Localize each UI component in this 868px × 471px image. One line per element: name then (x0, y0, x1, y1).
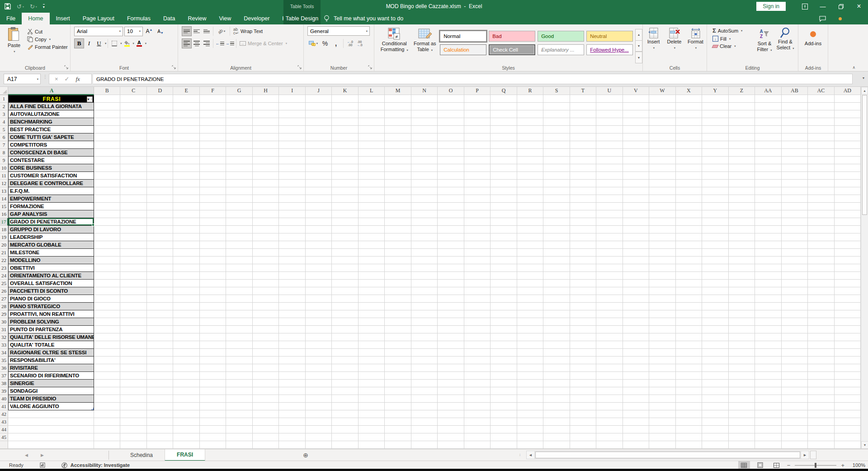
cell[interactable] (808, 157, 834, 164)
cell[interactable] (676, 264, 702, 272)
cell[interactable] (729, 172, 755, 180)
cell[interactable] (306, 249, 332, 257)
cell[interactable] (729, 141, 755, 149)
cell[interactable] (306, 326, 332, 333)
cell[interactable] (147, 410, 173, 418)
cell[interactable] (359, 172, 385, 180)
cell[interactable] (173, 326, 199, 333)
cell[interactable] (147, 318, 173, 326)
cell[interactable] (808, 433, 834, 441)
cell[interactable] (253, 233, 279, 241)
cell[interactable] (835, 195, 861, 203)
horizontal-scroll-thumb[interactable] (535, 452, 800, 458)
cell[interactable] (253, 364, 279, 372)
cell[interactable] (543, 157, 570, 164)
cell[interactable] (596, 287, 623, 295)
row-header-23[interactable]: 23 (0, 264, 8, 272)
cell[interactable] (438, 364, 464, 372)
cell[interactable] (729, 295, 755, 303)
cell[interactable] (808, 280, 834, 287)
cell[interactable] (94, 395, 120, 403)
ribbon-tab-home[interactable]: Home (22, 13, 49, 24)
cell[interactable] (306, 133, 332, 141)
cell[interactable] (253, 418, 279, 426)
ribbon-tab-review[interactable]: Review (181, 13, 212, 24)
cell-a34[interactable]: RAGIONARE OLTRE SE STESSI (8, 349, 94, 357)
cell[interactable] (438, 241, 464, 249)
cell[interactable] (279, 272, 305, 280)
cell-a24[interactable]: ORIENTAMENTO AL CLIENTE (8, 272, 94, 280)
cell[interactable] (835, 187, 861, 195)
cell[interactable] (649, 264, 675, 272)
cell[interactable] (517, 187, 543, 195)
cell[interactable] (729, 433, 755, 441)
cell[interactable] (596, 372, 623, 380)
cell[interactable] (729, 126, 755, 133)
cell[interactable] (517, 318, 543, 326)
cell[interactable] (808, 103, 834, 110)
cell[interactable] (596, 126, 623, 133)
cell[interactable] (279, 418, 305, 426)
cell[interactable] (332, 264, 358, 272)
cell[interactable] (385, 403, 411, 410)
cell[interactable] (623, 441, 649, 449)
cell[interactable] (306, 164, 332, 172)
cell[interactable] (359, 164, 385, 172)
cell[interactable] (226, 287, 252, 295)
cell[interactable] (491, 433, 517, 441)
cell[interactable] (729, 280, 755, 287)
cell-a32[interactable]: QUALITA' DELLE RISORSE UMANE (8, 333, 94, 341)
cell[interactable] (782, 110, 808, 118)
cell[interactable] (517, 257, 543, 264)
cell[interactable] (782, 164, 808, 172)
cell[interactable] (623, 95, 649, 103)
cell[interactable] (623, 195, 649, 203)
cell[interactable] (385, 126, 411, 133)
cell[interactable] (147, 364, 173, 372)
cell[interactable] (411, 272, 438, 280)
cell[interactable] (438, 287, 464, 295)
row-header-39[interactable]: 39 (0, 387, 8, 395)
cell[interactable] (332, 110, 358, 118)
cell[interactable] (385, 187, 411, 195)
cell[interactable] (120, 410, 146, 418)
cell[interactable] (385, 203, 411, 210)
cell[interactable] (782, 149, 808, 157)
cell[interactable] (385, 349, 411, 357)
cell[interactable] (491, 226, 517, 233)
cell-a38[interactable]: SINERGIE (8, 380, 94, 387)
cell[interactable] (782, 387, 808, 395)
cell[interactable] (359, 180, 385, 187)
cell[interactable] (835, 272, 861, 280)
cell[interactable] (517, 133, 543, 141)
cell[interactable] (173, 149, 199, 157)
cell[interactable] (596, 180, 623, 187)
cell[interactable] (649, 141, 675, 149)
cell[interactable] (147, 149, 173, 157)
cell[interactable] (623, 280, 649, 287)
cell[interactable] (782, 372, 808, 380)
cell[interactable] (332, 118, 358, 126)
cell[interactable] (279, 187, 305, 195)
cell[interactable] (543, 418, 570, 426)
cell[interactable] (359, 433, 385, 441)
cell[interactable] (464, 187, 491, 195)
cell[interactable] (517, 364, 543, 372)
cell[interactable] (570, 241, 596, 249)
cell[interactable] (835, 110, 861, 118)
cell[interactable] (306, 195, 332, 203)
cell[interactable] (623, 341, 649, 349)
cell[interactable] (332, 180, 358, 187)
column-header-a[interactable]: A (8, 87, 94, 95)
cell[interactable] (411, 372, 438, 380)
cell[interactable] (438, 103, 464, 110)
cell[interactable] (808, 395, 834, 403)
cell[interactable] (359, 287, 385, 295)
zoom-level[interactable]: 100% (849, 462, 865, 468)
cell[interactable] (147, 226, 173, 233)
cell[interactable] (596, 187, 623, 195)
cell[interactable] (702, 141, 728, 149)
row-header-42[interactable]: 42 (0, 410, 8, 418)
cell[interactable] (359, 241, 385, 249)
cell[interactable] (94, 141, 120, 149)
